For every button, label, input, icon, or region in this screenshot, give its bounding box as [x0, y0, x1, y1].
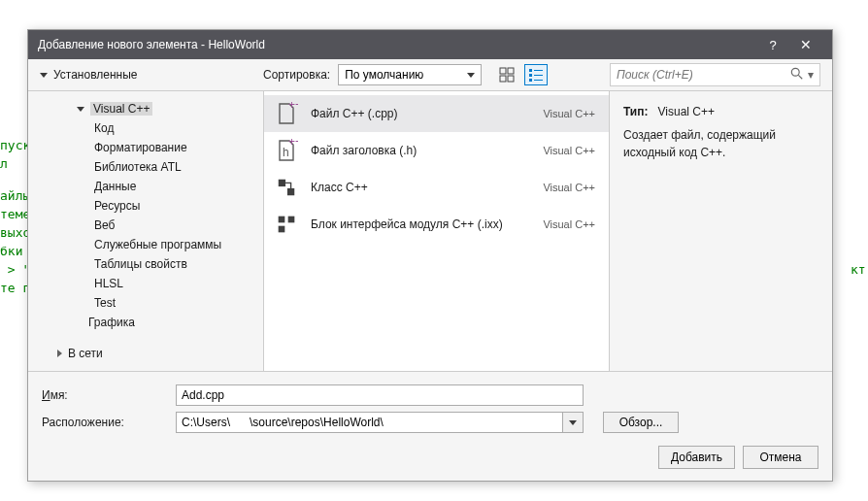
template-name: Файл заголовка (.h) [311, 144, 531, 157]
tree-item[interactable]: Данные [28, 177, 263, 196]
tree-item[interactable]: Test [28, 293, 263, 313]
svg-rect-15 [279, 180, 285, 186]
tree-item[interactable]: HLSL [28, 274, 263, 293]
tree-item[interactable]: Веб [28, 216, 263, 235]
add-new-item-dialog: Добавление нового элемента - HelloWorld … [27, 29, 833, 482]
tree-item[interactable]: Форматирование [28, 138, 263, 157]
name-label: Имя: [42, 388, 168, 402]
class-icon [274, 175, 299, 200]
bottom-panel: Имя: Расположение: Обзор... Добавить Отм… [28, 372, 832, 481]
titlebar: Добавление нового элемента - HelloWorld … [28, 30, 832, 59]
collapse-icon[interactable] [40, 73, 48, 78]
cancel-button[interactable]: Отмена [743, 446, 818, 469]
template-row[interactable]: Блок интерфейса модуля C++ (.ixx) Visual… [264, 206, 609, 243]
sort-label: Сортировка: [263, 68, 330, 82]
bg-code-3: кт о [851, 260, 868, 279]
svg-rect-7 [534, 75, 543, 76]
chevron-down-icon [569, 420, 577, 425]
search-box[interactable]: ▾ [610, 63, 820, 86]
sort-dropdown[interactable]: По умолчанию [338, 64, 482, 85]
installed-root-label[interactable]: Установленные [53, 68, 137, 82]
module-icon [274, 212, 299, 237]
browse-button[interactable]: Обзор... [603, 412, 679, 433]
location-label: Расположение: [42, 416, 168, 429]
search-icon[interactable] [790, 67, 804, 84]
svg-rect-20 [279, 226, 285, 233]
tiles-icon [499, 67, 515, 83]
expand-icon[interactable] [57, 350, 62, 357]
template-category: Visual C++ [543, 218, 595, 230]
template-list: ++ Файл C++ (.cpp) Visual C++ h++ Файл з… [263, 91, 610, 371]
close-button[interactable]: ✕ [789, 30, 822, 59]
type-value: Visual C++ [658, 105, 715, 118]
tree-item[interactable]: Ресурсы [28, 196, 263, 216]
location-dropdown-button[interactable] [562, 412, 584, 433]
template-name: Файл C++ (.cpp) [311, 107, 531, 120]
sort-value: По умолчанию [345, 68, 423, 82]
bg-code-1: пуск л [0, 136, 30, 173]
category-tree: Visual C++ Код Форматирование Библиотека… [28, 91, 263, 371]
type-label: Тип: [623, 105, 649, 118]
tree-online[interactable]: В сети [28, 344, 263, 363]
svg-line-11 [798, 75, 802, 79]
tree-item[interactable]: Библиотека ATL [28, 157, 263, 177]
svg-text:++: ++ [288, 139, 298, 149]
template-category: Visual C++ [543, 182, 595, 193]
help-button[interactable]: ? [756, 30, 789, 59]
description-text: Создает файл, содержащий исходный код C+… [623, 126, 818, 161]
cpp-file-icon: ++ [274, 101, 299, 126]
template-category: Visual C++ [543, 108, 595, 119]
svg-rect-2 [500, 76, 506, 82]
template-row[interactable]: ++ Файл C++ (.cpp) Visual C++ [264, 95, 609, 132]
name-input[interactable] [176, 384, 584, 406]
main-area: Visual C++ Код Форматирование Библиотека… [28, 91, 832, 372]
view-tiles-button[interactable] [495, 64, 518, 85]
tree-item[interactable]: Таблицы свойств [28, 254, 263, 274]
template-category: Visual C++ [543, 145, 595, 156]
tree-item[interactable]: Служебные программы [28, 235, 263, 254]
svg-rect-8 [529, 79, 532, 82]
template-row[interactable]: Класс C++ Visual C++ [264, 169, 609, 206]
header-file-icon: h++ [274, 138, 299, 163]
template-name: Класс C++ [311, 181, 531, 194]
list-icon [528, 67, 544, 83]
svg-rect-1 [508, 68, 514, 74]
tree-item[interactable]: Код [28, 118, 263, 138]
svg-rect-5 [534, 70, 543, 71]
chevron-down-icon [467, 73, 475, 78]
search-input[interactable] [617, 68, 790, 82]
svg-rect-0 [500, 68, 506, 74]
view-list-button[interactable] [524, 64, 548, 85]
add-button[interactable]: Добавить [658, 446, 735, 469]
top-strip: Установленные Сортировка: По умолчанию [28, 59, 832, 91]
svg-rect-9 [534, 80, 543, 81]
description-pane: Тип: Visual C++ Создает файл, содержащий… [610, 91, 832, 371]
expand-icon[interactable] [77, 107, 84, 112]
template-row[interactable]: h++ Файл заголовка (.h) Visual C++ [264, 132, 609, 169]
svg-point-10 [791, 68, 799, 76]
tree-visual-cpp[interactable]: Visual C++ [28, 99, 263, 118]
svg-rect-4 [529, 69, 532, 72]
svg-rect-19 [288, 217, 295, 223]
location-input[interactable] [176, 412, 562, 433]
tree-graphics[interactable]: Графика [28, 313, 263, 332]
window-title: Добавление нового элемента - HelloWorld [38, 38, 756, 51]
svg-rect-6 [529, 74, 532, 77]
svg-rect-3 [508, 76, 514, 82]
svg-text:++: ++ [288, 102, 298, 112]
svg-rect-18 [279, 217, 285, 223]
template-name: Блок интерфейса модуля C++ (.ixx) [311, 217, 531, 231]
search-dropdown-icon[interactable]: ▾ [808, 68, 814, 82]
